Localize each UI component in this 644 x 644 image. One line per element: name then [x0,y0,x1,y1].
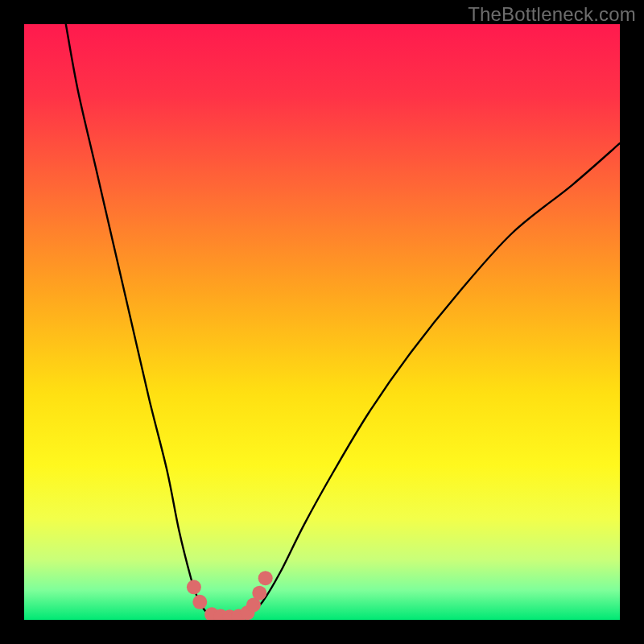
highlight-dot [187,580,201,594]
highlight-dot [258,571,273,585]
watermark-text: TheBottleneck.com [468,3,636,26]
highlight-dot [252,586,266,601]
gradient-background [24,24,620,620]
highlight-dot [192,595,207,609]
chart-frame: TheBottleneck.com [0,0,644,644]
bottleneck-chart [24,24,620,620]
plot-area [24,24,620,620]
